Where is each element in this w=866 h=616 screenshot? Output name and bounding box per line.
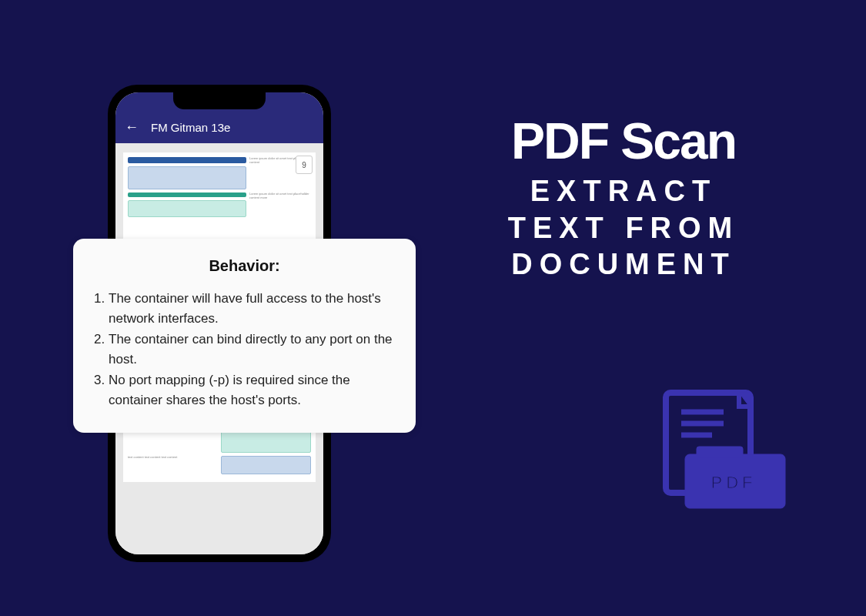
content-text: text content text content text content — [128, 456, 218, 477]
list-item: The container can bind directly to any p… — [109, 330, 397, 369]
app-title: FM Gitman 13e — [151, 121, 230, 134]
back-icon[interactable]: ← — [125, 120, 139, 134]
promo-headline: PDF Scan EXTRACT TEXT FROM DOCUMENT — [431, 112, 816, 283]
page-number-badge: 9 — [296, 156, 313, 174]
headline-sub-line: EXTRACT — [431, 173, 816, 210]
extracted-text-card: Behavior: The container will have full a… — [73, 239, 416, 433]
content-text: Lorem ipsum dolor sit amet text placehol… — [249, 192, 311, 220]
extract-list: The container will have full access to t… — [92, 289, 397, 410]
extract-heading: Behavior: — [92, 257, 397, 275]
content-block — [128, 192, 246, 197]
headline-sub: EXTRACT TEXT FROM DOCUMENT — [431, 173, 816, 283]
list-item: The container will have full access to t… — [109, 289, 397, 328]
pdf-label: PDF — [711, 473, 757, 492]
phone-notch — [173, 92, 266, 109]
svg-rect-6 — [697, 447, 743, 457]
app-header: ← FM Gitman 13e — [115, 111, 323, 143]
headline-sub-line: TEXT FROM — [431, 210, 816, 247]
content-block — [128, 200, 246, 217]
content-block — [221, 456, 311, 474]
content-block — [128, 157, 246, 163]
headline-main: PDF Scan — [431, 112, 816, 170]
pdf-scanner-icon: PDF — [650, 385, 789, 524]
list-item: No port mapping (-p) is required since t… — [109, 370, 397, 410]
content-block — [128, 166, 246, 189]
headline-sub-line: DOCUMENT — [431, 246, 816, 283]
